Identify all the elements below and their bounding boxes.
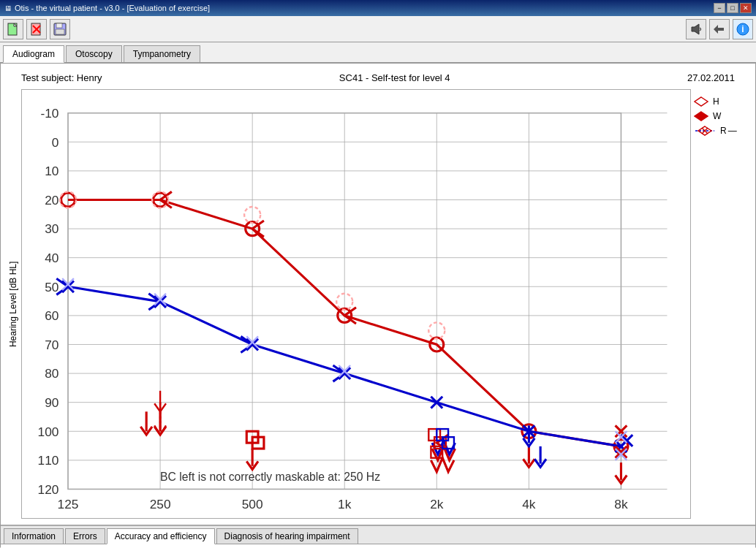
svg-text:4k: 4k <box>522 497 536 511</box>
minimize-button[interactable]: − <box>714 3 725 13</box>
bottom-content: [ Report ] Accuracy of hearing threshold… <box>1 544 755 548</box>
test-code: SC41 - Self-test for level 4 <box>339 72 450 83</box>
maximize-button[interactable]: □ <box>727 3 738 13</box>
test-subject: Test subject: Henry <box>21 72 102 83</box>
legend-label-w: W <box>713 111 721 121</box>
chart-area: -10 0 10 20 30 40 <box>21 89 691 519</box>
app-icon: 🖥 <box>4 4 12 12</box>
title-bar-text: Otis - the virtual patient - v3.0 - [Eva… <box>15 4 210 12</box>
audio-button[interactable] <box>686 19 706 39</box>
new-button[interactable] <box>3 19 23 39</box>
title-bar: 🖥 Otis - the virtual patient - v3.0 - [E… <box>0 0 756 16</box>
svg-text:0: 0 <box>52 135 59 150</box>
tab-accuracy[interactable]: Accuracy and efficiency <box>107 528 215 544</box>
bottom-section: Information Errors Accuracy and efficien… <box>1 525 755 548</box>
delete-button[interactable] <box>26 19 47 39</box>
svg-text:40: 40 <box>45 251 58 265</box>
svg-text:500: 500 <box>242 497 263 511</box>
svg-text:125: 125 <box>58 497 79 511</box>
svg-text:8k: 8k <box>614 497 628 511</box>
audiogram-title: Test subject: Henry SC41 - Self-test for… <box>7 69 749 86</box>
tab-audiogram[interactable]: Audiogram <box>3 45 64 63</box>
legend-item-r: R — <box>694 126 746 136</box>
bottom-tabs: Information Errors Accuracy and efficien… <box>1 526 755 544</box>
info-button[interactable]: i <box>733 19 753 39</box>
audiogram-panel: Test subject: Henry SC41 - Self-test for… <box>1 64 755 525</box>
legend-area: H W R — <box>691 89 749 519</box>
tab-errors[interactable]: Errors <box>65 528 105 544</box>
svg-text:10: 10 <box>45 164 58 178</box>
svg-text:70: 70 <box>45 338 58 352</box>
svg-text:-10: -10 <box>40 106 58 121</box>
back-button[interactable] <box>709 19 730 39</box>
svg-text:250: 250 <box>150 497 171 511</box>
main-tabs: Audiogram Otoscopy Tympanometry <box>0 42 756 63</box>
svg-text:i: i <box>741 24 744 34</box>
svg-text:60: 60 <box>45 308 58 323</box>
tab-information[interactable]: Information <box>4 528 64 544</box>
save-button[interactable] <box>50 19 70 39</box>
svg-text:80: 80 <box>45 366 58 381</box>
tab-diagnosis[interactable]: Diagnosis of hearing impairment <box>216 528 358 544</box>
svg-text:20: 20 <box>45 193 58 208</box>
legend-item-w: W <box>694 111 746 121</box>
svg-marker-8 <box>692 24 699 34</box>
svg-rect-6 <box>56 23 62 28</box>
svg-marker-9 <box>714 25 724 34</box>
legend-item-h: H <box>694 96 746 107</box>
svg-text:2k: 2k <box>430 497 444 511</box>
svg-text:30: 30 <box>45 221 58 236</box>
close-button[interactable]: ✕ <box>740 3 752 13</box>
svg-text:BC left is not correctly maska: BC left is not correctly maskable at: 25… <box>160 471 380 483</box>
svg-text:Frequency [Hz]: Frequency [Hz] <box>309 515 403 518</box>
svg-marker-121 <box>695 97 708 106</box>
svg-text:1k: 1k <box>338 497 352 511</box>
svg-text:110: 110 <box>38 453 59 468</box>
chart-container: Hearing Level [dB HL] <box>7 89 749 519</box>
tab-tympanometry[interactable]: Tympanometry <box>124 45 200 62</box>
legend-label-r: R <box>720 126 727 136</box>
test-date: 27.02.2011 <box>687 72 735 83</box>
svg-rect-7 <box>56 29 64 34</box>
svg-text:120: 120 <box>38 482 59 497</box>
svg-rect-12 <box>22 90 690 518</box>
svg-marker-122 <box>695 112 708 121</box>
toolbar: i <box>0 16 756 42</box>
tab-otoscopy[interactable]: Otoscopy <box>66 45 122 62</box>
y-axis-label: Hearing Level [dB HL] <box>7 89 20 519</box>
svg-text:50: 50 <box>45 280 58 294</box>
legend-label-h: H <box>713 96 719 107</box>
audiogram-chart: -10 0 10 20 30 40 <box>22 90 690 518</box>
svg-text:90: 90 <box>45 395 58 410</box>
svg-text:100: 100 <box>38 425 59 439</box>
main-content: Test subject: Henry SC41 - Self-test for… <box>0 63 756 547</box>
